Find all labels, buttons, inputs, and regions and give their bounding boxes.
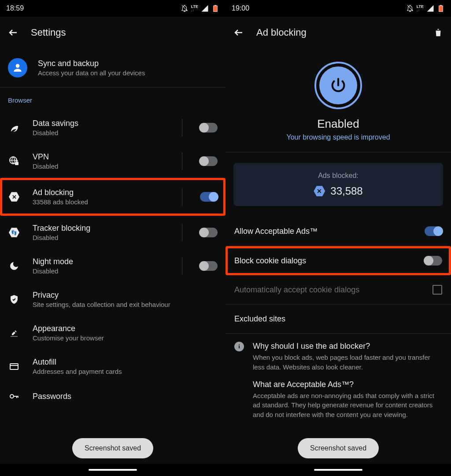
row-title: Passwords xyxy=(33,392,218,401)
block-cookie-toggle[interactable] xyxy=(425,256,442,266)
back-arrow-icon[interactable] xyxy=(8,27,18,38)
shield-check-icon xyxy=(9,294,19,305)
paint-icon xyxy=(9,328,19,338)
screenshot-toast: Screenshot saved xyxy=(72,438,153,458)
svg-rect-1 xyxy=(214,5,217,6)
card-icon xyxy=(9,361,19,372)
status-time: 18:59 xyxy=(6,4,24,12)
svg-point-7 xyxy=(10,395,14,398)
status-bar: 19:00 LTE↓↑ xyxy=(226,0,451,17)
signal-icon xyxy=(201,4,209,12)
row-title: Tracker blocking xyxy=(33,224,170,233)
settings-screen: 18:59 LTE↓↑ Settings Sync and backup Acc… xyxy=(0,0,226,476)
row-title: Night mode xyxy=(33,257,170,266)
passwords-row[interactable]: Passwords xyxy=(0,383,226,410)
trash-icon[interactable] xyxy=(433,28,443,37)
hero-sub: Your browsing speed is improved xyxy=(286,133,390,141)
auto-accept-checkbox xyxy=(433,285,442,295)
back-arrow-icon[interactable] xyxy=(233,27,244,38)
dnd-icon xyxy=(181,4,189,12)
moon-icon xyxy=(9,261,19,271)
info-question: What are Acceptable Ads™? xyxy=(253,380,442,389)
row-sub: Customise your browser xyxy=(33,334,218,342)
svg-rect-5 xyxy=(11,336,18,337)
leaf-icon xyxy=(9,122,19,133)
row-title: VPN xyxy=(33,152,170,162)
sync-and-backup-row[interactable]: Sync and backup Access your data on all … xyxy=(0,48,226,87)
hex-tracker-icon: 👣 xyxy=(9,227,19,238)
tracker-toggle[interactable] xyxy=(200,228,218,237)
row-sub: Disabled xyxy=(33,162,170,170)
appearance-row[interactable]: Appearance Customise your browser xyxy=(0,316,226,350)
data-savings-toggle[interactable] xyxy=(200,123,218,133)
power-button[interactable] xyxy=(314,62,362,109)
info-answer: Acceptable ads are non-annoying ads that… xyxy=(253,391,442,420)
info-answer: When you block ads, web pages load faste… xyxy=(253,353,442,372)
privacy-row[interactable]: Privacy Site settings, data collection a… xyxy=(0,283,226,316)
svg-rect-8 xyxy=(439,6,443,12)
row-title: Privacy xyxy=(33,291,218,300)
status-bar: 18:59 LTE↓↑ xyxy=(0,0,226,17)
svg-rect-9 xyxy=(440,5,442,6)
hex-x-icon: ✕ xyxy=(9,192,19,202)
dnd-icon xyxy=(406,4,414,12)
hero-section: Enabled Your browsing speed is improved xyxy=(226,48,451,152)
info-question: Why should I use the ad blocker? xyxy=(253,342,442,351)
night-toggle[interactable] xyxy=(200,261,218,271)
info-why-block: i Why should I use the ad blocker? When … xyxy=(226,334,451,375)
stats-value: 33,588 xyxy=(330,185,362,197)
status-time: 19:00 xyxy=(232,4,249,12)
svg-rect-4 xyxy=(15,162,18,165)
nav-bar xyxy=(0,464,226,476)
status-icons: LTE↓↑ xyxy=(181,4,219,12)
app-bar: Ad blocking xyxy=(226,17,451,48)
data-savings-row[interactable]: Data savings Disabled xyxy=(0,111,226,144)
section-browser-label: Browser xyxy=(0,88,226,111)
row-sub: 33588 ads blocked xyxy=(33,198,170,206)
ad-blocking-row[interactable]: ✕ Ad blocking 33588 ads blocked xyxy=(0,178,226,216)
status-icons: LTE↓↑ xyxy=(406,4,445,12)
night-mode-row[interactable]: Night mode Disabled xyxy=(0,249,226,283)
page-title: Settings xyxy=(31,27,66,38)
svg-point-2 xyxy=(16,64,20,68)
nav-bar xyxy=(226,464,451,476)
stats-label: Ads blocked: xyxy=(242,172,434,180)
avatar-icon xyxy=(8,58,27,77)
row-sub: Disabled xyxy=(33,129,170,137)
auto-accept-cookie-row: Automatically accept cookie dialogs xyxy=(226,275,451,304)
row-label: Block cookie dialogs xyxy=(234,256,306,266)
battery-icon xyxy=(211,4,219,12)
lte-indicator: LTE↓↑ xyxy=(191,5,198,12)
info-acceptable-ads: What are Acceptable Ads™? Acceptable ads… xyxy=(226,375,451,422)
svg-rect-0 xyxy=(214,6,218,12)
battery-icon xyxy=(437,4,445,12)
block-cookie-dialogs-row[interactable]: Block cookie dialogs xyxy=(228,248,449,273)
vpn-row[interactable]: VPN Disabled xyxy=(0,144,226,178)
screenshot-toast: Screenshot saved xyxy=(298,438,379,458)
sync-title: Sync and backup xyxy=(38,59,145,68)
tracker-blocking-row[interactable]: 👣 Tracker blocking Disabled xyxy=(0,216,226,249)
row-sub: Disabled xyxy=(33,234,170,241)
excluded-sites-row[interactable]: Excluded sites xyxy=(226,305,451,333)
row-label: Automatically accept cookie dialogs xyxy=(234,285,359,295)
row-title: Appearance xyxy=(33,324,218,333)
power-icon xyxy=(329,77,347,94)
ad-blocking-screen: 19:00 LTE↓↑ Ad blocking Enabled Your bro… xyxy=(226,0,451,476)
vpn-toggle[interactable] xyxy=(200,156,218,166)
row-title: Data savings xyxy=(33,119,170,128)
sync-sub: Access your data on all your devices xyxy=(38,69,145,77)
allow-acceptable-toggle[interactable] xyxy=(425,226,442,236)
svg-rect-6 xyxy=(10,364,18,369)
row-title: Ad blocking xyxy=(33,188,170,197)
signal-icon xyxy=(426,4,434,12)
globe-lock-icon xyxy=(9,156,19,166)
row-title: Autofill xyxy=(33,358,218,367)
page-title: Ad blocking xyxy=(256,27,307,38)
hex-x-icon: ✕ xyxy=(314,185,325,197)
row-label: Excluded sites xyxy=(234,314,285,324)
ad-blocking-toggle[interactable] xyxy=(200,192,218,202)
autofill-row[interactable]: Autofill Addresses and payment cards xyxy=(0,350,226,383)
row-sub: Site settings, data collection and exit … xyxy=(33,301,218,308)
allow-acceptable-ads-row[interactable]: Allow Acceptable Ads™ xyxy=(226,217,451,246)
row-sub: Addresses and payment cards xyxy=(33,368,218,375)
